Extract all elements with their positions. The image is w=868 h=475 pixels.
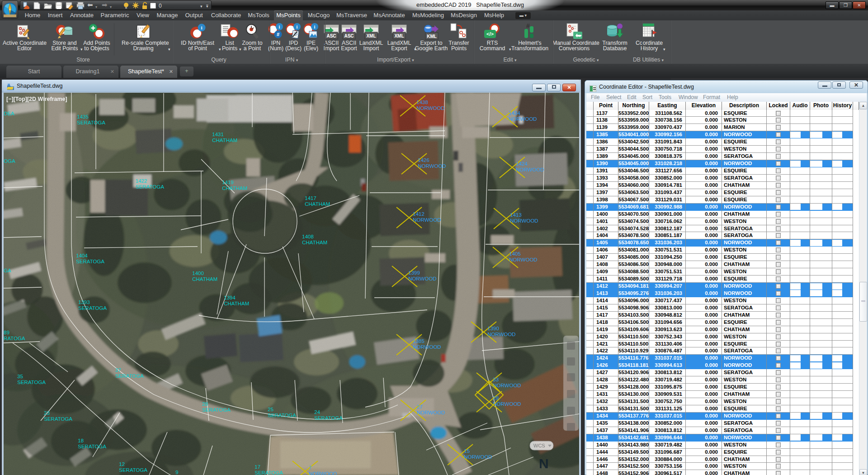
- svg-text:1408: 1408: [302, 234, 314, 239]
- svg-text:9: 9: [175, 470, 178, 475]
- svg-text:1417: 1417: [305, 195, 316, 201]
- svg-text:CHATHAM: CHATHAM: [222, 185, 247, 191]
- svg-text:NORWOOD: NORWOOD: [418, 163, 446, 169]
- svg-text:CHATHAM: CHATHAM: [212, 138, 237, 143]
- svg-text:NORWOOD: NORWOOD: [408, 276, 436, 281]
- svg-text:1434: 1434: [509, 110, 520, 116]
- svg-text:SERATOGA: SERATOGA: [78, 444, 106, 449]
- svg-text:1390: 1390: [487, 326, 499, 331]
- svg-text:1404: 1404: [76, 253, 88, 258]
- svg-text:27: 27: [417, 404, 423, 409]
- svg-text:NORWOOD: NORWOOD: [510, 218, 538, 223]
- svg-text:#: #: [526, 23, 530, 29]
- svg-text:</>: </>: [486, 31, 494, 37]
- svg-text:89: 89: [4, 330, 9, 335]
- svg-text:1385: 1385: [413, 338, 425, 344]
- svg-text:12: 12: [119, 461, 125, 467]
- svg-text:SERATOGA: SERATOGA: [314, 415, 343, 421]
- svg-text:NORWOOD: NORWOOD: [509, 257, 537, 262]
- svg-text:XML: XML: [394, 33, 404, 38]
- svg-text:24: 24: [314, 409, 320, 415]
- svg-text:GA: GA: [4, 268, 11, 273]
- svg-text:i: i: [201, 25, 202, 30]
- svg-text:XML: XML: [366, 33, 376, 38]
- svg-text:KML: KML: [427, 34, 437, 39]
- svg-text:37: 37: [115, 367, 121, 373]
- svg-text:NORWOOD: NORWOOD: [464, 454, 492, 460]
- svg-text:1405: 1405: [509, 251, 521, 256]
- svg-text:NORWOOD: NORWOOD: [487, 332, 515, 337]
- svg-text:1394: 1394: [224, 295, 236, 300]
- svg-text:NORWOOD: NORWOOD: [413, 217, 441, 223]
- svg-text:SERATOGA: SERATOGA: [136, 184, 164, 190]
- svg-text:CHATHAM: CHATHAM: [224, 301, 249, 306]
- svg-text:SERATOGA: SERATOGA: [77, 120, 105, 125]
- svg-text:NORWOOD: NORWOOD: [413, 344, 441, 350]
- svg-text:N: N: [539, 456, 549, 471]
- svg-text:1431: 1431: [212, 132, 224, 137]
- svg-text:18: 18: [78, 438, 84, 443]
- svg-text:NORWOOD: NORWOOD: [493, 401, 521, 407]
- svg-text:NORWOOD: NORWOOD: [417, 410, 445, 415]
- svg-text:SERATOGA: SERATOGA: [78, 305, 107, 311]
- svg-text:33: 33: [493, 377, 499, 382]
- svg-text:SERATOGA: SERATOGA: [202, 407, 231, 413]
- svg-text:25: 25: [268, 407, 274, 412]
- svg-text:NORWOOD: NORWOOD: [493, 383, 521, 388]
- svg-text:7: 7: [309, 465, 311, 470]
- svg-text:SERATOGA: SERATOGA: [119, 467, 147, 473]
- svg-text:CHATHAM: CHATHAM: [305, 201, 330, 207]
- svg-text:SERATOGA: SERATOGA: [17, 380, 46, 385]
- svg-text:SERATOGA: SERATOGA: [255, 470, 283, 475]
- svg-text:RATOGA: RATOGA: [4, 336, 25, 341]
- svg-text:1413: 1413: [510, 212, 522, 218]
- svg-text:[−][Top][2D Wireframe]: [−][Top][2D Wireframe]: [6, 96, 67, 102]
- svg-text:WCS: WCS: [533, 443, 545, 448]
- svg-text:NORWOOD: NORWOOD: [509, 116, 537, 122]
- svg-text:17: 17: [255, 464, 260, 470]
- svg-text:1419: 1419: [222, 180, 234, 185]
- svg-text:SERATOGA: SERATOGA: [268, 413, 296, 418]
- svg-text:35: 35: [17, 374, 23, 379]
- svg-text:23: 23: [44, 410, 50, 416]
- svg-text:NORWOOD: NORWOOD: [416, 105, 444, 111]
- svg-text:CHATHAM: CHATHAM: [302, 240, 327, 245]
- svg-text:CHATHAM: CHATHAM: [192, 276, 217, 282]
- svg-text:SERATOGA: SERATOGA: [76, 259, 104, 264]
- svg-text:1438: 1438: [416, 100, 428, 105]
- svg-text:DEA: DEA: [4, 111, 14, 116]
- svg-text:SERATOGA: SERATOGA: [44, 416, 72, 422]
- svg-text:1424: 1424: [516, 161, 528, 166]
- svg-text:1393: 1393: [78, 299, 90, 305]
- svg-text:1426: 1426: [418, 157, 429, 163]
- svg-text:OGA: OGA: [4, 158, 15, 164]
- svg-text:NORWOOD: NORWOOD: [516, 167, 544, 172]
- svg-text:1412: 1412: [413, 211, 425, 217]
- svg-text:1422: 1422: [136, 178, 147, 184]
- svg-text:SERATOGA: SERATOGA: [115, 373, 144, 379]
- svg-text:1400: 1400: [192, 271, 204, 276]
- svg-text:15: 15: [464, 448, 470, 454]
- svg-text:28: 28: [202, 401, 208, 407]
- svg-text:1399: 1399: [408, 270, 420, 276]
- svg-text:1435: 1435: [77, 114, 89, 119]
- svg-text:NORWOOD: NORWOOD: [309, 471, 337, 475]
